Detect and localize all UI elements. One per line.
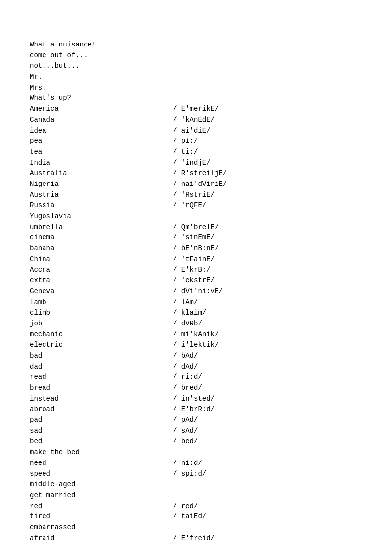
vocab-row: bread/ bred/ [30, 383, 362, 394]
vocab-pronunciation [173, 61, 362, 72]
vocab-pronunciation [173, 72, 362, 83]
vocab-pronunciation: / red/ [173, 501, 362, 512]
vocab-pronunciation [173, 447, 362, 458]
vocab-pronunciation: / nai'dViriE/ [173, 179, 362, 190]
vocab-row: banana/ bE'nB:nE/ [30, 243, 362, 254]
vocab-row: embarrassed [30, 522, 362, 533]
vocab-row: come out of... [30, 50, 362, 61]
vocab-row: read/ ri:d/ [30, 372, 362, 383]
vocab-pronunciation: / lAm/ [173, 297, 362, 308]
vocab-pronunciation: / 'sinEmE/ [173, 232, 362, 243]
vocab-row: idea/ ai'diE/ [30, 126, 362, 137]
vocab-pronunciation: / bed/ [173, 436, 362, 447]
vocab-word: idea [30, 126, 173, 137]
vocab-row: Mrs. [30, 83, 362, 93]
vocab-row: Accra/ E'krB:/ [30, 265, 362, 276]
vocab-row: Austria/ 'RstriE/ [30, 190, 362, 201]
vocab-word: read [30, 372, 173, 383]
vocab-row: electric/ i'lektik/ [30, 340, 362, 351]
vocab-word: make the bed [30, 447, 173, 458]
vocab-pronunciation: / i'lektik/ [173, 340, 362, 351]
vocab-pronunciation: / ri:d/ [173, 372, 362, 383]
vocab-word: extra [30, 276, 173, 286]
vocab-pronunciation: / ti:/ [173, 147, 362, 158]
vocab-row: Australia/ R'streiljE/ [30, 168, 362, 179]
vocab-pronunciation: / taiEd/ [173, 511, 362, 522]
vocab-word: Canada [30, 115, 173, 126]
vocab-word: bread [30, 383, 173, 394]
vocab-row: make the bed [30, 447, 362, 458]
vocab-row: afraid/ E'freid/ [30, 533, 362, 544]
vocab-word: bad [30, 351, 173, 362]
vocab-pronunciation [173, 50, 362, 61]
vocab-row: need/ ni:d/ [30, 458, 362, 469]
vocab-word: Austria [30, 190, 173, 201]
vocab-word: afraid [30, 533, 173, 544]
vocab-pronunciation: / Qm'brelE/ [173, 222, 362, 233]
vocab-word: Australia [30, 168, 173, 179]
vocab-row: Yugoslavia [30, 211, 362, 222]
vocab-row: China/ 'tFainE/ [30, 254, 362, 265]
vocab-word: sad [30, 426, 173, 437]
vocab-row: cinema/ 'sinEmE/ [30, 232, 362, 243]
vocab-word: need [30, 458, 173, 469]
vocab-row: get married [30, 490, 362, 501]
vocab-word: bed [30, 436, 173, 447]
vocab-pronunciation: / 'rQFE/ [173, 200, 362, 211]
vocab-pronunciation: / pAd/ [173, 415, 362, 426]
vocab-pronunciation: / pi:/ [173, 136, 362, 147]
vocab-word: instead [30, 394, 173, 405]
vocab-row: middle-aged [30, 479, 362, 490]
vocab-row: pea/ pi:/ [30, 136, 362, 147]
vocab-pronunciation [173, 479, 362, 490]
vocab-word: India [30, 158, 173, 169]
vocab-word: Yugoslavia [30, 211, 173, 222]
vocab-row: Russia/ 'rQFE/ [30, 200, 362, 211]
vocab-row: bad/ bAd/ [30, 351, 362, 362]
vocab-pronunciation: / dVRb/ [173, 319, 362, 329]
vocab-pronunciation: / bAd/ [173, 351, 362, 362]
vocab-word: Mr. [30, 72, 173, 83]
vocab-row: extra/ 'ekstrE/ [30, 276, 362, 286]
vocab-pronunciation: / mi'kAnik/ [173, 329, 362, 340]
vocab-row: India/ 'indjE/ [30, 158, 362, 169]
vocab-word: come out of... [30, 50, 173, 61]
vocab-word: pea [30, 136, 173, 147]
vocab-word: mechanic [30, 329, 173, 340]
vocab-pronunciation: / sAd/ [173, 426, 362, 437]
vocab-pronunciation: / spi:d/ [173, 469, 362, 480]
vocab-row: Mr. [30, 72, 362, 83]
vocab-row: dad/ dAd/ [30, 362, 362, 372]
vocab-pronunciation: / ai'diE/ [173, 126, 362, 137]
vocab-word: Nigeria [30, 179, 173, 190]
vocab-word: climb [30, 308, 173, 319]
vocab-word: electric [30, 340, 173, 351]
vocab-word: China [30, 254, 173, 265]
vocab-pronunciation: / dVi'ni:vE/ [173, 286, 362, 297]
vocab-word: Geneva [30, 286, 173, 297]
vocab-row: abroad/ E'brR:d/ [30, 404, 362, 415]
vocab-row: job/ dVRb/ [30, 319, 362, 329]
vocab-word: What's up? [30, 93, 173, 104]
vocab-row: tired/ taiEd/ [30, 511, 362, 522]
vocab-row: mechanic/ mi'kAnik/ [30, 329, 362, 340]
vocab-row: Geneva/ dVi'ni:vE/ [30, 286, 362, 297]
vocab-row: speed/ spi:d/ [30, 469, 362, 480]
vocab-pronunciation: / bE'nB:nE/ [173, 243, 362, 254]
vocab-pronunciation [173, 490, 362, 501]
vocab-word: What a nuisance! [30, 40, 173, 50]
vocab-pronunciation [173, 93, 362, 104]
vocab-word: umbrella [30, 222, 173, 233]
vocab-pronunciation: / ni:d/ [173, 458, 362, 469]
vocab-pronunciation: / in'sted/ [173, 394, 362, 405]
vocab-word: speed [30, 469, 173, 480]
vocab-pronunciation: / R'streiljE/ [173, 168, 362, 179]
vocab-row: lamb/ lAm/ [30, 297, 362, 308]
vocab-pronunciation: / 'tFainE/ [173, 254, 362, 265]
vocab-row: pad/ pAd/ [30, 415, 362, 426]
vocab-row: instead/ in'sted/ [30, 394, 362, 405]
vocab-pronunciation: / dAd/ [173, 362, 362, 372]
vocab-row: not...but... [30, 61, 362, 72]
vocab-word: embarrassed [30, 522, 173, 533]
vocab-pronunciation: / E'freid/ [173, 533, 362, 544]
